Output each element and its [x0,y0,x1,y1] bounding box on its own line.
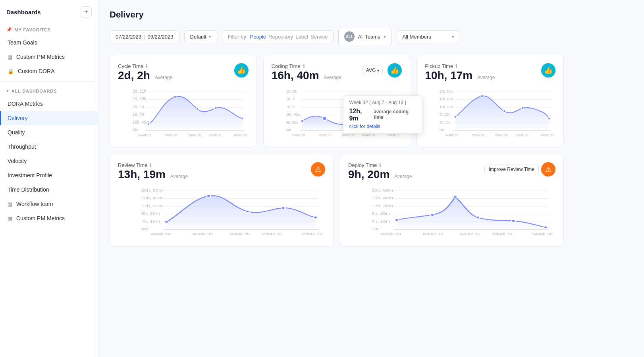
all-members-button[interactable]: All Members ▾ [397,30,460,43]
avg-dropdown-button[interactable]: AVG ▾ [362,66,383,75]
svg-point-57 [481,95,483,97]
tooltip-desc: average coding time [374,109,416,120]
svg-text:Week 38: Week 38 [302,233,322,236]
svg-text:8h, 20m: 8h, 20m [141,212,160,215]
sidebar-header: Dashboards + [0,6,98,24]
cycle-time-card: Cycle Time ℹ 2d, 2h Average 👍 [110,55,257,147]
default-dropdown-button[interactable]: Default ▾ [184,30,217,43]
svg-point-16 [241,117,243,120]
svg-text:8h, 20m: 8h, 20m [372,212,390,215]
svg-text:4h, 10m: 4h, 10m [141,219,160,223]
filter-service[interactable]: Service [310,34,328,40]
sidebar-title: Dashboards [6,9,41,16]
date-range-button[interactable]: 07/22/2023 | 09/22/2023 [110,30,179,43]
svg-point-35 [322,116,326,121]
deploy-time-value: 9h, 20m [348,168,389,180]
svg-text:Week 29: Week 29 [381,233,401,236]
all-teams-button[interactable]: ALL All Teams ▾ [338,28,391,45]
pickup-time-thumb-button[interactable]: 👍 [541,63,555,78]
cycle-time-info-icon: ℹ [146,63,148,69]
review-time-value: 13h, 19m [118,168,166,180]
svg-text:Week 35: Week 35 [188,133,201,137]
pickup-time-value: 10h, 17m [425,69,472,81]
sidebar-item-delivery[interactable]: Delivery [0,111,98,125]
all-teams-badge: ALL [344,31,355,42]
filter-people[interactable]: People [250,34,266,40]
svg-text:Week 29: Week 29 [139,133,152,137]
sidebar-item-velocity[interactable]: Velocity [0,154,98,168]
svg-text:4h, 10m: 4h, 10m [440,120,451,124]
sidebar-item-quality[interactable]: Quality [0,125,98,140]
review-time-thumb-button[interactable]: ⚠ [311,162,325,177]
sidebar-item-throughput[interactable]: Throughput [0,140,98,154]
all-teams-label: All Teams [358,34,380,40]
deploy-time-card: Deploy Time ℹ 9h, 20m Average Improve Re… [340,154,564,246]
svg-text:0m: 0m [141,227,148,231]
svg-text:Week 38: Week 38 [234,133,247,137]
svg-point-105 [544,226,548,229]
cycle-time-thumb-button[interactable]: 👍 [234,63,249,78]
svg-text:16h, 40m: 16h, 40m [440,97,453,101]
chevron-down-icon: ▾ [452,34,454,39]
svg-text:1d, 18h: 1d, 18h [286,89,297,93]
coding-time-thumb-button[interactable]: 👍 [388,63,402,78]
svg-text:0m: 0m [133,127,138,132]
chevron-down-icon: ▾ [377,68,379,73]
sidebar-item-workflow-team[interactable]: ▦ Workflow team [0,197,98,211]
bar-chart-icon: ▦ [8,215,12,221]
improve-review-time-button[interactable]: Improve Review Time [484,165,539,174]
pin-icon: 📌 [6,27,12,32]
svg-text:Week 35: Week 35 [460,233,480,236]
svg-text:16h, 40m: 16h, 40m [286,113,300,116]
coding-time-card: Coding Time ℹ 16h, 40m Average AVG ▾ [263,55,411,147]
svg-point-101 [430,213,434,216]
sidebar-item-label: Custom PM Metrics [16,54,65,60]
coding-time-info-icon: ℹ [303,63,305,69]
svg-text:1d, 1h: 1d, 1h [286,105,295,109]
coding-time-title: Coding Time [272,63,301,69]
svg-point-103 [476,216,480,219]
svg-text:1d, 9h: 1d, 9h [286,97,295,101]
svg-text:0m: 0m [440,128,444,132]
svg-text:Week 35: Week 35 [229,233,250,236]
svg-point-78 [164,221,168,223]
sidebar-item-team-goals[interactable]: Team Goals [0,35,98,50]
bar-chart-icon: ▦ [8,54,12,60]
deploy-time-chart: 20h, 50m 16h, 40m 12h, 30m 8h, 20m 4h, 1… [348,186,555,238]
svg-point-100 [395,219,399,221]
tooltip-week: Week 32 ( Aug 7 - Aug 13 ) [349,100,416,105]
pickup-time-title: Pickup Time [425,63,453,69]
svg-point-59 [522,107,524,110]
favorites-section-label: 📌 MY FAVORITES [0,24,98,35]
filter-bar: Filter by: People Repository Label Servi… [222,30,334,43]
filter-repository[interactable]: Repository [268,34,293,40]
svg-point-34 [301,120,303,122]
svg-text:20h, 50m: 20h, 50m [141,188,163,192]
sidebar-item-investment-profile[interactable]: Investment Profile [0,168,98,182]
svg-text:Week 32: Week 32 [165,133,178,137]
svg-text:12h, 30m: 12h, 30m [141,204,163,208]
deploy-time-thumb-button[interactable]: ⚠ [541,162,555,177]
svg-text:Week 32: Week 32 [193,233,213,236]
all-members-label: All Members [403,34,431,40]
svg-text:8h, 20m: 8h, 20m [440,113,451,116]
chevron-down-icon: ▾ [6,88,9,93]
deploy-time-avg: Average [394,174,412,179]
chevron-down-icon: ▾ [384,34,386,39]
sidebar-item-label: DORA Metrics [8,101,43,107]
svg-point-60 [548,117,550,120]
svg-point-81 [281,207,285,210]
sidebar-item-custom-pm-metrics-fav[interactable]: ▦ Custom PM Metrics [0,50,98,64]
sidebar-item-custom-pm-metrics[interactable]: ▦ Custom PM Metrics [0,211,98,225]
filter-label-item[interactable]: Label [295,34,308,40]
sidebar-item-time-distribution[interactable]: Time Distribution [0,182,98,197]
add-dashboard-button[interactable]: + [81,6,92,17]
sidebar-item-dora-metrics[interactable]: DORA Metrics [0,97,98,111]
tooltip-link[interactable]: click for details [349,124,416,129]
svg-text:Week 36: Week 36 [262,233,282,236]
svg-point-80 [245,210,249,213]
sidebar-item-custom-dora[interactable]: 🔒 Custom DORA [0,64,98,78]
all-dashboards-section[interactable]: ▾ ALL DASHBOARDS [0,85,98,97]
sidebar-item-label: Custom DORA [18,68,55,74]
svg-text:0m: 0m [286,128,291,132]
